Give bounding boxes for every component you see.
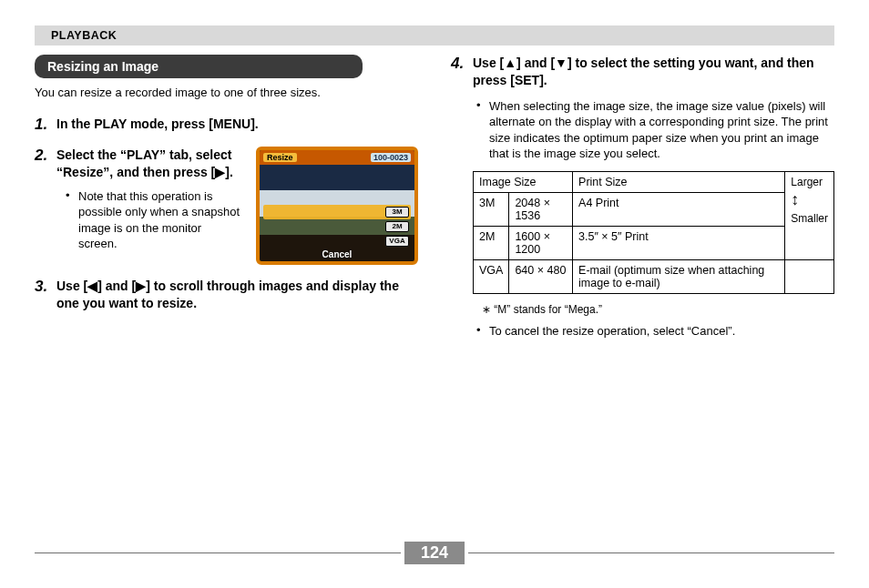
cell-vga-px: 640 × 480	[509, 259, 573, 293]
cell-2m: 2M	[474, 226, 509, 259]
step-number: 3.	[35, 278, 56, 312]
cell-3m: 3M	[474, 192, 509, 226]
topic-title-bar: Resizing an Image	[35, 55, 363, 78]
thumb-counter: 100-0023	[371, 153, 411, 162]
step-2-note: Note that this operation is possible onl…	[78, 188, 243, 252]
smaller-label: Smaller	[791, 212, 828, 225]
section-header-text: PLAYBACK	[51, 29, 117, 42]
right-column: 4. Use [▲] and [▼] to select the setting…	[451, 55, 834, 352]
bullet-icon: •	[476, 98, 489, 162]
camera-screenshot: Resize 100-0023 3M 2M VGA Cancel	[256, 147, 418, 265]
bullet-icon: •	[476, 323, 489, 340]
step-number: 2.	[35, 147, 56, 265]
page: PLAYBACK Resizing an Image You can resiz…	[0, 0, 869, 588]
bullet-icon: •	[66, 188, 78, 252]
mega-footnote: ∗ “M” stands for “Mega.”	[473, 303, 834, 316]
thumb-option-vga: VGA	[385, 236, 409, 247]
cell-3m-px: 2048 × 1536	[509, 192, 573, 226]
left-column: Resizing an Image You can resize a recor…	[35, 55, 418, 352]
step-4: 4. Use [▲] and [▼] to select the setting…	[451, 55, 834, 340]
step-2-text: Select the “PLAY” tab, select “Resize”, …	[56, 147, 243, 181]
cell-2m-print: 3.5″ × 5″ Print	[573, 226, 785, 259]
step-4-text: Use [▲] and [▼] to select the setting yo…	[473, 55, 834, 89]
updown-arrow-icon: ↕	[791, 190, 828, 210]
step-1-text: In the PLAY mode, press [MENU].	[56, 116, 418, 133]
cell-3m-print: A4 Print	[573, 192, 785, 226]
thumb-resize-tab: Resize	[263, 153, 297, 162]
step-3-text: Use [◀] and [▶] to scroll through images…	[56, 278, 418, 312]
th-print-size: Print Size	[573, 171, 785, 192]
image-size-table: Image Size Print Size Larger ↕ Smaller 3…	[473, 171, 834, 294]
section-header-bar: PLAYBACK	[35, 25, 834, 46]
size-scale-cell: Larger ↕ Smaller	[785, 171, 834, 259]
step-number: 1.	[35, 116, 56, 134]
thumb-option-3m: 3M	[385, 207, 409, 218]
larger-label: Larger	[791, 176, 823, 188]
cancel-note: To cancel the resize operation, select “…	[489, 323, 834, 340]
cell-vga-print: E-mail (optimum size when attaching imag…	[573, 259, 785, 293]
step-1: 1. In the PLAY mode, press [MENU].	[35, 116, 418, 134]
page-footer: 124	[35, 542, 834, 564]
thumb-cancel: Cancel	[260, 249, 414, 259]
footer-rule-right	[468, 553, 834, 553]
step-4-note: When selecting the image size, the image…	[489, 98, 834, 162]
page-number: 124	[404, 542, 465, 564]
content-columns: Resizing an Image You can resize a recor…	[35, 55, 834, 352]
step-2: 2. Select the “PLAY” tab, select “Resize…	[35, 147, 418, 265]
thumb-option-2m: 2M	[385, 221, 409, 232]
step-3: 3. Use [◀] and [▶] to scroll through ima…	[35, 278, 418, 312]
cell-2m-px: 1600 × 1200	[509, 226, 573, 259]
step-number: 4.	[451, 55, 473, 340]
th-image-size: Image Size	[474, 171, 573, 192]
topic-title-text: Resizing an Image	[47, 59, 158, 74]
intro-text: You can resize a recorded image to one o…	[35, 86, 418, 99]
cell-vga: VGA	[474, 259, 509, 293]
footer-rule-left	[35, 553, 401, 553]
